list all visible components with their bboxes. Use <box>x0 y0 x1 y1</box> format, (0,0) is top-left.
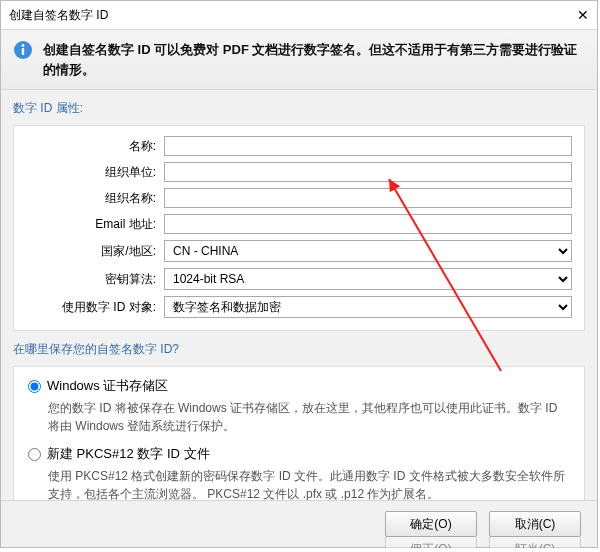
name-input[interactable] <box>164 136 572 156</box>
radio-pkcs12-label: 新建 PKCS#12 数字 ID 文件 <box>47 445 210 463</box>
radio-option-windows-store: Windows 证书存储区 您的数字 ID 将被保存在 Windows 证书存储… <box>28 377 570 435</box>
row-name: 名称: <box>26 136 572 156</box>
save-location-question: 在哪里保存您的自签名数字 ID? <box>13 341 585 358</box>
titlebar: 创建自签名数字 ID ✕ <box>1 1 597 30</box>
save-location-panel: Windows 证书存储区 您的数字 ID 将被保存在 Windows 证书存储… <box>13 366 585 500</box>
email-input[interactable] <box>164 214 572 234</box>
key-algo-label: 密钥算法: <box>26 271 164 288</box>
name-label: 名称: <box>26 138 164 155</box>
radio-windows-store-label: Windows 证书存储区 <box>47 377 168 395</box>
ok-button[interactable]: 确定(O) <box>385 511 477 537</box>
radio-windows-store-desc: 您的数字 ID 将被保存在 Windows 证书存储区，放在这里，其他程序也可以… <box>48 399 570 435</box>
row-key-algo: 密钥算法: 1024-bit RSA <box>26 268 572 290</box>
window-title: 创建自签名数字 ID <box>9 7 108 24</box>
info-text: 创建自签名数字 ID 可以免费对 PDF 文档进行数字签名。但这不适用于有第三方… <box>43 40 585 79</box>
attributes-label: 数字 ID 属性: <box>13 100 585 117</box>
info-bar: 创建自签名数字 ID 可以免费对 PDF 文档进行数字签名。但这不适用于有第三方… <box>1 30 597 90</box>
row-org-unit: 组织单位: <box>26 162 572 182</box>
radio-pkcs12-desc: 使用 PKCS#12 格式创建新的密码保存数字 ID 文件。此通用数字 ID 文… <box>48 467 570 500</box>
button-bar: 确定(O) 取消(C) <box>1 500 597 547</box>
radio-windows-store[interactable] <box>28 380 41 393</box>
email-label: Email 地址: <box>26 216 164 233</box>
svg-point-1 <box>22 44 25 47</box>
use-for-label: 使用数字 ID 对象: <box>26 299 164 316</box>
info-icon <box>13 40 33 60</box>
row-use-for: 使用数字 ID 对象: 数字签名和数据加密 <box>26 296 572 318</box>
key-algo-select[interactable]: 1024-bit RSA <box>164 268 572 290</box>
org-unit-input[interactable] <box>164 162 572 182</box>
country-select[interactable]: CN - CHINA <box>164 240 572 262</box>
row-country: 国家/地区: CN - CHINA <box>26 240 572 262</box>
row-org-name: 组织名称: <box>26 188 572 208</box>
close-button[interactable]: ✕ <box>569 1 597 29</box>
org-name-input[interactable] <box>164 188 572 208</box>
close-icon: ✕ <box>577 7 589 23</box>
org-name-label: 组织名称: <box>26 190 164 207</box>
row-email: Email 地址: <box>26 214 572 234</box>
country-label: 国家/地区: <box>26 243 164 260</box>
radio-option-pkcs12: 新建 PKCS#12 数字 ID 文件 使用 PKCS#12 格式创建新的密码保… <box>28 445 570 500</box>
use-for-select[interactable]: 数字签名和数据加密 <box>164 296 572 318</box>
dialog-body: 数字 ID 属性: 名称: 组织单位: 组织名称: Email 地址: 国家/地… <box>1 90 597 500</box>
attributes-panel: 名称: 组织单位: 组织名称: Email 地址: 国家/地区: CN - CH… <box>13 125 585 331</box>
radio-pkcs12[interactable] <box>28 448 41 461</box>
cancel-button[interactable]: 取消(C) <box>489 511 581 537</box>
svg-rect-2 <box>22 48 24 55</box>
org-unit-label: 组织单位: <box>26 164 164 181</box>
dialog-window: 创建自签名数字 ID ✕ 创建自签名数字 ID 可以免费对 PDF 文档进行数字… <box>0 0 598 548</box>
